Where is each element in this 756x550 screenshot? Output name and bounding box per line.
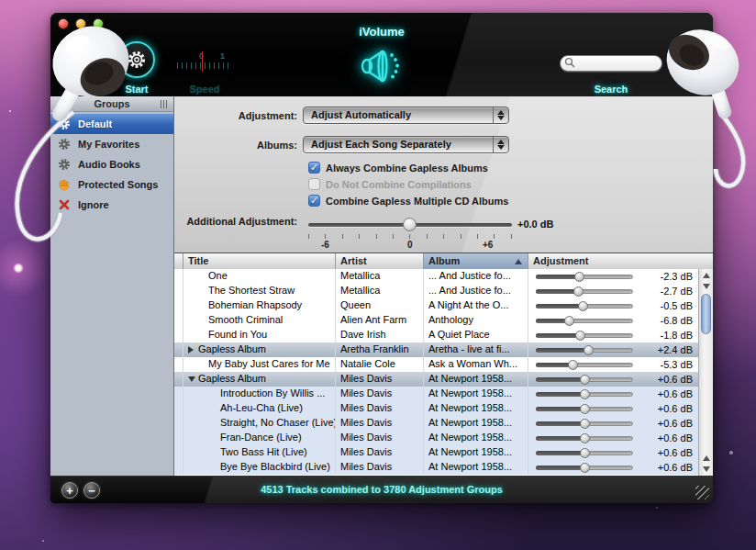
table-row[interactable]: Gapless AlbumAretha FranklinAretha - liv… [174,342,698,357]
row-slider-knob[interactable] [564,316,574,326]
album-cell: Anthology [424,313,528,328]
artist-cell: Miles Davis [336,416,424,431]
row-slider-fill [536,377,584,382]
row-volume-slider[interactable] [536,407,633,411]
table-row[interactable]: OneMetallica... And Justice fo...-2.3 dB [174,269,698,284]
title-cell: One [183,269,336,284]
scroll-down-button[interactable] [700,281,713,292]
table-row[interactable]: Bohemian RhapsodyQueenA Night At the O..… [174,298,698,313]
grip-icon[interactable] [161,100,169,108]
adjustment-popup[interactable]: Adjust Automatically [303,107,509,124]
row-slider-knob[interactable] [580,419,590,429]
track-title: Two Bass Hit (Live) [220,446,307,457]
row-slider-knob[interactable] [580,433,590,443]
row-volume-slider[interactable] [536,348,633,353]
row-volume-slider[interactable] [536,466,633,470]
row-volume-slider[interactable] [536,319,633,323]
row-slider-knob[interactable] [580,404,590,414]
scroll-up-button-bottom[interactable] [700,453,713,464]
resize-grip[interactable] [695,486,709,499]
adjustment-value: +0.6 dB [633,417,698,431]
column-header-title[interactable]: Title [183,253,336,269]
row-slider-knob[interactable] [568,360,578,370]
sidebar-item-my-favorites[interactable]: My Favorites [50,134,173,154]
albums-popup[interactable]: Adjust Each Song Separately [303,136,509,153]
start-button[interactable] [118,41,155,78]
row-slider-knob[interactable] [580,463,590,473]
title-cell: Two Bass Hit (Live) [183,445,336,460]
speed-control[interactable]: 0 1 [177,51,232,73]
row-volume-slider[interactable] [536,451,633,455]
album-cell: At Newport 1958... [424,401,528,416]
row-volume-slider[interactable] [536,392,633,397]
row-volume-slider[interactable] [536,275,633,279]
row-volume-slider[interactable] [536,304,633,309]
table-row[interactable]: Fran-Dance (Live)Miles DavisAt Newport 1… [174,431,698,445]
row-volume-slider[interactable] [536,333,633,338]
checked-checkbox-icon[interactable]: ✓ [308,162,320,174]
title-cell: The Shortest Straw [183,284,336,298]
row-slider-knob[interactable] [584,345,594,355]
table-row[interactable]: Straight, No Chaser (Live)Miles DavisAt … [174,416,698,431]
table-row[interactable]: Gapless AlbumMiles DavisAt Newport 1958.… [174,372,698,387]
track-title: Found in You [208,329,267,340]
checkbox-row-0[interactable]: ✓Always Combine Gapless Albums [308,162,488,174]
row-slider-knob[interactable] [580,375,590,385]
sidebar-item-label: My Favorites [78,139,139,150]
slider-thumb[interactable] [403,218,417,231]
table-row[interactable]: Smooth CriminalAlien Ant FarmAnthology-6… [174,313,698,328]
artist-cell: Aretha Franklin [336,342,424,357]
row-volume-slider[interactable] [536,421,633,426]
vertical-scrollbar[interactable] [698,269,713,476]
row-slider-knob[interactable] [580,389,590,399]
column-header-artist[interactable]: Artist [336,253,424,269]
sidebar-item-default[interactable]: Default [50,114,173,134]
row-volume-slider[interactable] [536,363,633,367]
column-header-album[interactable]: Album [424,253,528,269]
row-slider-knob[interactable] [580,448,590,458]
album-cell: Ask a Woman Wh... [424,357,528,372]
adjustment-value: +0.6 dB [633,461,698,475]
row-slider-knob[interactable] [573,286,584,297]
adjustment-cell: -0.5 dB [528,298,698,313]
row-volume-slider[interactable] [536,436,633,441]
title-cell: Gapless Album [183,342,336,357]
album-cell: At Newport 1958... [424,416,528,431]
table-row[interactable]: Found in YouDave IrishA Quiet Place-1.8 … [174,328,698,342]
row-spacer-cell [174,372,183,387]
row-slider-knob[interactable] [575,331,585,341]
sidebar-item-protected-songs[interactable]: Protected Songs [50,174,173,195]
additional-adjustment-value: +0.0 dB [517,219,553,230]
hand-icon [58,178,71,191]
checkbox-row-2[interactable]: ✓Combine Gapless Multiple CD Albums [308,195,508,207]
scroll-up-button[interactable] [700,270,713,281]
disclosure-expanded-icon[interactable] [188,376,195,382]
column-header-adjustment[interactable]: Adjustment [528,253,713,269]
checked-checkbox-icon[interactable]: ✓ [308,195,320,207]
adjustment-cell: -2.3 dB [528,269,698,284]
table-row[interactable]: Bye Bye Blackbird (Live)Miles DavisAt Ne… [174,460,698,475]
table-row[interactable]: My Baby Just Cares for MeNatalie ColeAsk… [174,357,698,372]
table-row[interactable]: Ah-Leu-Cha (Live)Miles DavisAt Newport 1… [174,401,698,416]
row-slider-fill [536,392,584,397]
disclosure-collapsed-icon[interactable] [188,346,194,354]
tracks-table: Title Artist Album Adjustment OneMetalli… [174,253,713,476]
scroll-down-button-bottom[interactable] [700,464,713,475]
table-row[interactable]: Introduction By Willis ...Miles DavisAt … [174,387,698,401]
table-row[interactable]: Two Bass Hit (Live)Miles DavisAt Newport… [174,445,698,460]
start-label: Start [118,84,155,95]
row-volume-slider[interactable] [536,377,633,382]
table-row[interactable]: The Shortest StrawMetallica... And Justi… [174,284,698,298]
slider-scale-max: +6 [483,240,493,250]
additional-adjustment-slider[interactable] [308,219,512,231]
row-slider-knob[interactable] [574,272,584,282]
row-volume-slider[interactable] [536,289,633,294]
row-slider-knob[interactable] [578,301,588,311]
artist-cell: Metallica [336,284,424,298]
scrollbar-thumb[interactable] [701,294,711,334]
sidebar-item-ignore[interactable]: Ignore [50,195,173,215]
album-cell: At Newport 1958... [424,460,528,475]
column-header-spacer[interactable] [174,253,183,269]
ivolume-window: iVolume Start 0 1 Speed [50,13,713,503]
sidebar-item-audio-books[interactable]: Audio Books [50,154,173,174]
